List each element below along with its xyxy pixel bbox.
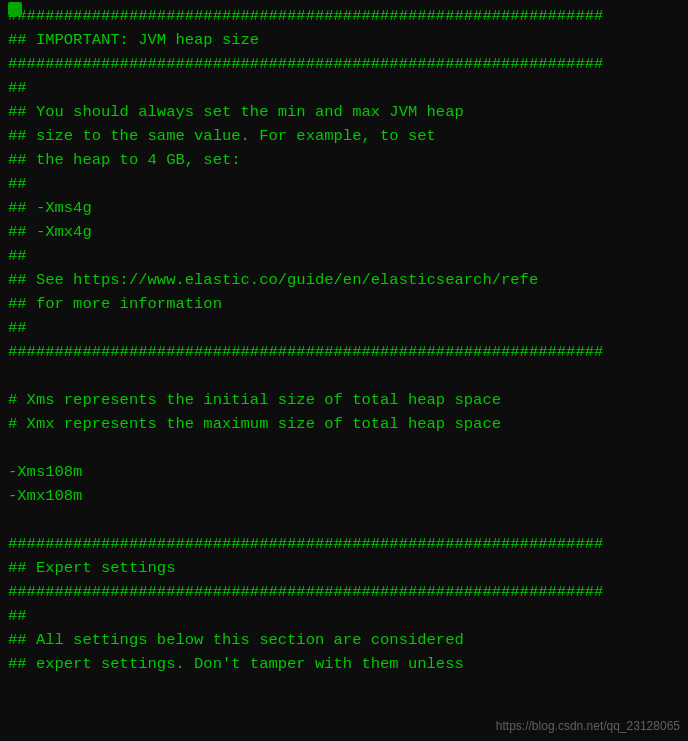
code-line: ## -Xmx4g xyxy=(0,220,688,244)
code-line: ## the heap to 4 GB, set: xyxy=(0,148,688,172)
code-content: ########################################… xyxy=(0,4,688,676)
code-line: ## IMPORTANT: JVM heap size xyxy=(0,28,688,52)
code-line xyxy=(0,436,688,460)
code-line: ## Expert settings xyxy=(0,556,688,580)
code-line: # Xms represents the initial size of tot… xyxy=(0,388,688,412)
code-line: ########################################… xyxy=(0,4,688,28)
code-line: ## -Xms4g xyxy=(0,196,688,220)
code-line: ## You should always set the min and max… xyxy=(0,100,688,124)
code-line: ## expert settings. Don't tamper with th… xyxy=(0,652,688,676)
watermark: https://blog.csdn.net/qq_23128065 xyxy=(496,719,680,733)
code-line xyxy=(0,508,688,532)
code-line: ## xyxy=(0,244,688,268)
code-line: ## for more information xyxy=(0,292,688,316)
code-line: -Xms108m xyxy=(0,460,688,484)
code-line: ########################################… xyxy=(0,340,688,364)
code-line: # Xmx represents the maximum size of tot… xyxy=(0,412,688,436)
code-editor: ########################################… xyxy=(0,0,688,741)
code-line: ## xyxy=(0,76,688,100)
code-line: ########################################… xyxy=(0,580,688,604)
code-line xyxy=(0,364,688,388)
code-line: ## xyxy=(0,316,688,340)
code-line: ########################################… xyxy=(0,52,688,76)
code-line: -Xmx108m xyxy=(0,484,688,508)
code-line: ## size to the same value. For example, … xyxy=(0,124,688,148)
status-indicator xyxy=(8,2,22,16)
code-line: ## xyxy=(0,604,688,628)
code-line: ## See https://www.elastic.co/guide/en/e… xyxy=(0,268,688,292)
code-line: ########################################… xyxy=(0,532,688,556)
code-line: ## All settings below this section are c… xyxy=(0,628,688,652)
code-line: ## xyxy=(0,172,688,196)
